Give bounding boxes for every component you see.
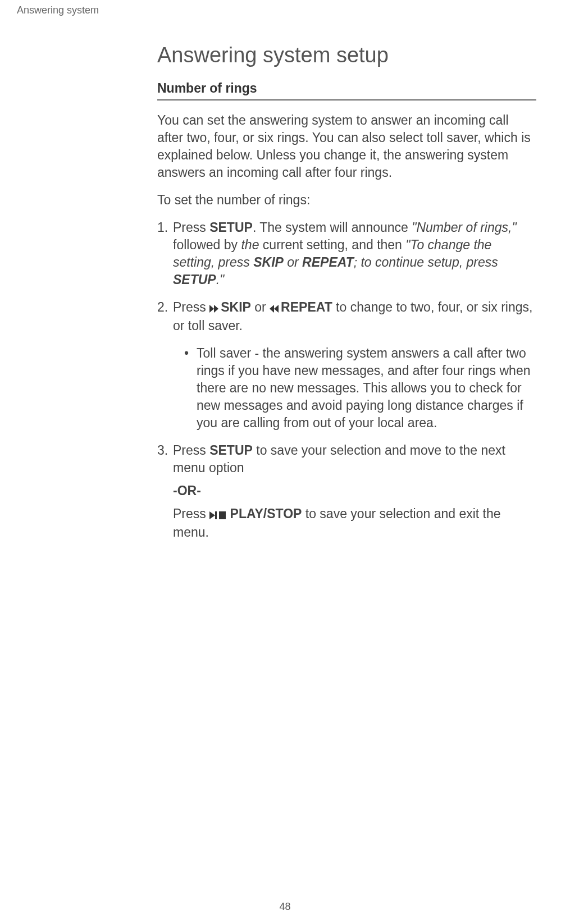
- step-continuation: Press PLAY/STOP to save your selection a…: [173, 505, 536, 541]
- sub-text: Toll saver - the answering system answer…: [197, 346, 531, 430]
- quote-text: "Number of rings,": [412, 220, 516, 235]
- main-content: Answering system setup Number of rings Y…: [157, 43, 536, 541]
- step-text: Press: [173, 220, 209, 235]
- or-separator: -OR-: [173, 482, 536, 500]
- step-text: Press: [173, 506, 209, 521]
- fast-forward-icon: [209, 300, 221, 317]
- step-text: . The system will announce: [253, 220, 412, 235]
- the-text: the: [241, 237, 259, 252]
- step-3: 3. Press SETUP to save your selection an…: [157, 442, 536, 541]
- step-number: 1.: [157, 219, 168, 236]
- svg-marker-3: [270, 305, 274, 313]
- quote-text: ; to continue setup, press: [354, 255, 498, 269]
- step-text: or: [251, 300, 270, 314]
- toll-saver-item: • Toll saver - the answering system answ…: [184, 345, 536, 432]
- step-text: Press: [173, 300, 209, 314]
- bullet-icon: •: [184, 345, 189, 362]
- sub-list: • Toll saver - the answering system answ…: [173, 345, 536, 432]
- skip-label: SKIP: [253, 255, 284, 269]
- intro-paragraph: You can set the answering system to answ…: [157, 112, 536, 181]
- rewind-icon: [270, 300, 281, 317]
- steps-list: 1. Press SETUP. The system will announce…: [157, 219, 536, 541]
- step-2: 2. Press SKIP or REPEAT to change to two…: [157, 299, 536, 432]
- section-heading: Number of rings: [157, 81, 536, 100]
- svg-marker-4: [209, 511, 215, 519]
- repeat-label: REPEAT: [281, 300, 332, 314]
- step-text: current setting, and then: [259, 237, 405, 252]
- lead-text: To set the number of rings:: [157, 191, 536, 209]
- page-number: 48: [279, 901, 290, 913]
- svg-marker-0: [209, 305, 214, 313]
- quote-text: .": [216, 272, 225, 287]
- page-title: Answering system setup: [157, 43, 536, 67]
- play-stop-icon: [209, 506, 226, 524]
- setup-label: SETUP: [209, 220, 253, 235]
- step-text: Press: [173, 443, 209, 458]
- step-1: 1. Press SETUP. The system will announce…: [157, 219, 536, 289]
- svg-rect-5: [215, 511, 217, 519]
- setup-label: SETUP: [209, 443, 253, 458]
- page-header: Answering system: [0, 0, 570, 21]
- repeat-label: REPEAT: [302, 255, 354, 269]
- step-number: 3.: [157, 442, 168, 459]
- quote-text: or: [284, 255, 302, 269]
- svg-rect-6: [219, 511, 226, 519]
- skip-label: SKIP: [221, 300, 251, 314]
- svg-marker-2: [274, 305, 279, 313]
- play-stop-label: PLAY/STOP: [226, 506, 302, 521]
- setup-label: SETUP: [173, 272, 216, 287]
- step-number: 2.: [157, 299, 168, 316]
- svg-marker-1: [214, 305, 218, 313]
- step-text: followed by: [173, 237, 241, 252]
